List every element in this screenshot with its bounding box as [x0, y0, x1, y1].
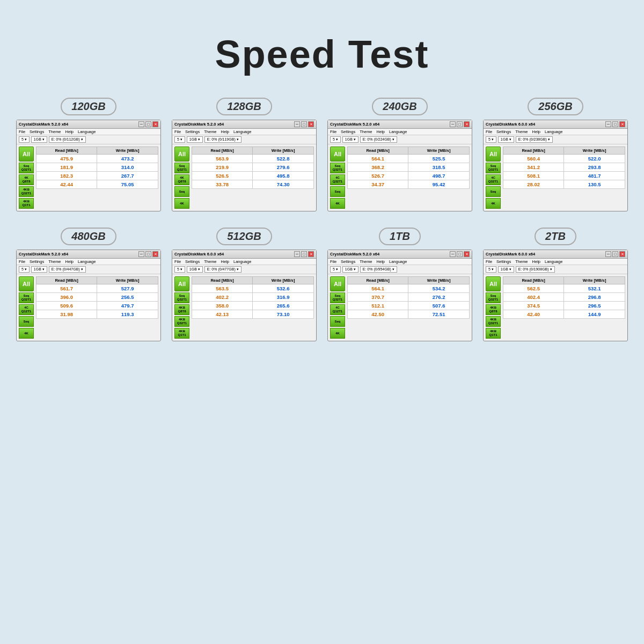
minimize-btn[interactable]: ─ — [450, 251, 456, 257]
menu-item-settings[interactable]: Settings — [185, 259, 200, 264]
count-select[interactable]: 5 ▾ — [486, 136, 496, 143]
close-btn[interactable]: ✕ — [464, 251, 470, 257]
maximize-btn[interactable]: □ — [301, 251, 307, 257]
all-button[interactable]: All — [174, 276, 189, 291]
count-select[interactable]: 5 ▾ — [330, 136, 341, 143]
maximize-btn[interactable]: □ — [457, 121, 463, 127]
count-select[interactable]: 5 ▾ — [19, 266, 30, 273]
maximize-btn[interactable]: □ — [612, 121, 618, 127]
menu-item-help[interactable]: Help — [65, 129, 74, 134]
drive-select[interactable]: E: 0% (0/447GB) ▾ — [49, 266, 86, 273]
menu-item-language[interactable]: Language — [78, 259, 96, 264]
menu-item-help[interactable]: Help — [65, 259, 74, 264]
menu-item-theme[interactable]: Theme — [204, 259, 216, 264]
minimize-btn[interactable]: ─ — [605, 251, 611, 257]
all-button[interactable]: All — [174, 147, 189, 162]
minimize-btn[interactable]: ─ — [294, 251, 300, 257]
size-select[interactable]: 1GB ▾ — [187, 136, 203, 143]
minimize-btn[interactable]: ─ — [138, 121, 144, 127]
close-btn[interactable]: ✕ — [152, 251, 158, 257]
menu-item-help[interactable]: Help — [221, 129, 229, 134]
menu-item-theme[interactable]: Theme — [48, 129, 61, 134]
count-select[interactable]: 5 ▾ — [486, 266, 496, 273]
menu-item-settings[interactable]: Settings — [30, 129, 44, 134]
toolbar: 5 ▾ 1GB ▾ E: 0% (0/477GB) ▾ — [172, 265, 316, 274]
menu-item-language[interactable]: Language — [545, 259, 562, 264]
close-btn[interactable]: ✕ — [308, 121, 314, 127]
size-select[interactable]: 1GB ▾ — [342, 266, 358, 273]
close-btn[interactable]: ✕ — [464, 121, 470, 127]
all-button[interactable]: All — [486, 276, 501, 291]
close-btn[interactable]: ✕ — [619, 251, 625, 257]
menu-item-file[interactable]: File — [19, 129, 25, 134]
menu-item-theme[interactable]: Theme — [360, 259, 372, 264]
minimize-btn[interactable]: ─ — [138, 251, 144, 257]
menu-item-language[interactable]: Language — [545, 129, 562, 134]
write-header: Write [MB/s] — [564, 147, 625, 155]
menu-item-language[interactable]: Language — [389, 259, 407, 264]
menu-item-help[interactable]: Help — [221, 259, 229, 264]
close-btn[interactable]: ✕ — [619, 121, 625, 127]
menu-item-file[interactable]: File — [330, 259, 336, 264]
size-select[interactable]: 1GB ▾ — [498, 266, 514, 273]
count-select[interactable]: 5 ▾ — [19, 136, 30, 143]
all-button[interactable]: All — [330, 147, 345, 162]
drive-select[interactable]: E: 0% (0/1908GB) ▾ — [516, 266, 555, 273]
drive-select[interactable]: E: 0% (0/954GB) ▾ — [360, 266, 397, 273]
menu-item-theme[interactable]: Theme — [360, 129, 372, 134]
menu-item-theme[interactable]: Theme — [515, 259, 528, 264]
menu-item-help[interactable]: Help — [377, 129, 385, 134]
data-table: Read [MB/s] Write [MB/s] 560.4 522.0 341… — [503, 147, 625, 209]
all-button[interactable]: All — [19, 276, 34, 291]
menu-item-language[interactable]: Language — [389, 129, 407, 134]
menu-item-settings[interactable]: Settings — [496, 129, 511, 134]
menu-item-help[interactable]: Help — [532, 129, 540, 134]
menu-item-language[interactable]: Language — [233, 129, 251, 134]
count-select[interactable]: 5 ▾ — [330, 266, 341, 273]
menu-item-file[interactable]: File — [19, 259, 25, 264]
menu-item-theme[interactable]: Theme — [48, 259, 61, 264]
menu-item-file[interactable]: File — [486, 129, 492, 134]
minimize-btn[interactable]: ─ — [450, 121, 456, 127]
maximize-btn[interactable]: □ — [145, 251, 151, 257]
all-button[interactable]: All — [330, 276, 345, 291]
menu-item-theme[interactable]: Theme — [515, 129, 528, 134]
all-button[interactable]: All — [486, 147, 501, 162]
size-select[interactable]: 1GB ▾ — [187, 266, 203, 273]
menu-item-language[interactable]: Language — [78, 129, 96, 134]
menu-item-help[interactable]: Help — [532, 259, 540, 264]
drive-select[interactable]: E: 0% (0/119GB) ▾ — [204, 136, 241, 143]
drive-select[interactable]: E: 0% (0/238GB) ▾ — [516, 136, 553, 143]
close-btn[interactable]: ✕ — [308, 251, 314, 257]
size-select[interactable]: 1GB ▾ — [498, 136, 514, 143]
menu-item-file[interactable]: File — [174, 129, 181, 134]
menu-item-help[interactable]: Help — [377, 259, 385, 264]
maximize-btn[interactable]: □ — [612, 251, 618, 257]
count-select[interactable]: 5 ▾ — [174, 136, 185, 143]
maximize-btn[interactable]: □ — [145, 121, 151, 127]
drive-select[interactable]: E: 0% (0/477GB) ▾ — [204, 266, 241, 273]
count-select[interactable]: 5 ▾ — [174, 266, 185, 273]
drive-select[interactable]: E: 0% (0/224GB) ▾ — [360, 136, 397, 143]
close-btn[interactable]: ✕ — [152, 121, 158, 127]
minimize-btn[interactable]: ─ — [605, 121, 611, 127]
menu-item-settings[interactable]: Settings — [341, 259, 355, 264]
menu-item-file[interactable]: File — [486, 259, 492, 264]
all-button[interactable]: All — [19, 147, 34, 162]
minimize-btn[interactable]: ─ — [294, 121, 300, 127]
menu-item-file[interactable]: File — [174, 259, 181, 264]
menu-item-settings[interactable]: Settings — [185, 129, 200, 134]
menu-item-file[interactable]: File — [330, 129, 336, 134]
maximize-btn[interactable]: □ — [457, 251, 463, 257]
menu-item-language[interactable]: Language — [233, 259, 251, 264]
size-select[interactable]: 1GB ▾ — [31, 266, 47, 273]
maximize-btn[interactable]: □ — [301, 121, 307, 127]
size-select[interactable]: 1GB ▾ — [31, 136, 47, 143]
menu-item-theme[interactable]: Theme — [204, 129, 216, 134]
menu-item-settings[interactable]: Settings — [30, 259, 44, 264]
write-header: Write [MB/s] — [253, 147, 314, 155]
menu-item-settings[interactable]: Settings — [341, 129, 355, 134]
size-select[interactable]: 1GB ▾ — [342, 136, 358, 143]
menu-item-settings[interactable]: Settings — [496, 259, 511, 264]
drive-select[interactable]: E: 0% (0/112GB) ▾ — [49, 136, 86, 143]
